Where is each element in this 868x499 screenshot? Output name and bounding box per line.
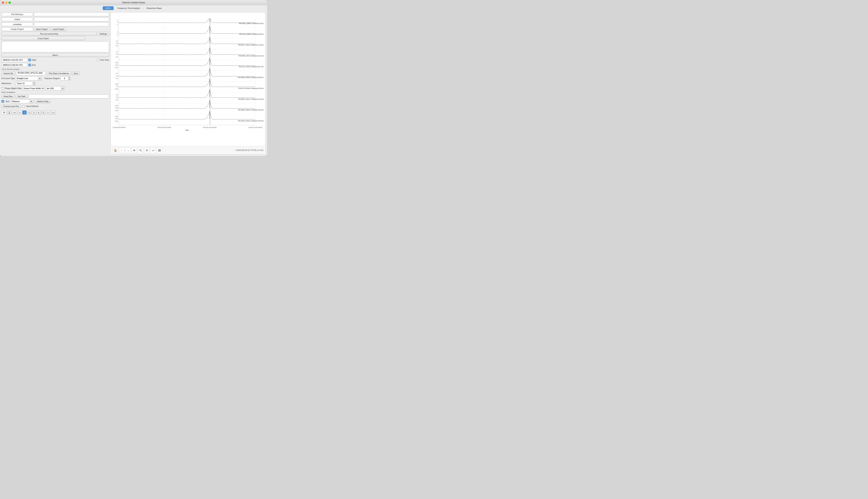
- page-4-button[interactable]: 4: [37, 110, 41, 114]
- page-3-button[interactable]: 3: [32, 110, 36, 114]
- pan-icon-button[interactable]: ✥: [131, 148, 137, 153]
- home-icon-button[interactable]: 🏠: [113, 148, 118, 153]
- stations-map-button[interactable]: Stations Map: [35, 99, 51, 103]
- sort-checkbox[interactable]: [1, 100, 4, 103]
- svg-text:Date: Date: [186, 130, 189, 131]
- polynom-down-arrow[interactable]: ▼: [68, 78, 70, 80]
- path-input[interactable]: [28, 94, 109, 98]
- last-page-button[interactable]: >>: [50, 110, 56, 114]
- sync-button[interactable]: Sync: [72, 72, 80, 75]
- pagination-stepper[interactable]: ▲▼: [7, 110, 11, 114]
- prev-page-button[interactable]: <: [18, 110, 22, 114]
- maximize-button[interactable]: [9, 1, 11, 4]
- trace-label-4: PM.HORL_PICO.Z Distance 18.1 km: [239, 55, 264, 57]
- svg-text:0.5: 0.5: [116, 94, 118, 96]
- reference-down-arrow[interactable]: ▼: [33, 83, 35, 85]
- page-size-input[interactable]: [1, 110, 7, 114]
- gauss-pulse-input[interactable]: [23, 86, 45, 90]
- phase-match-filter-label: Phase Match Filter: [5, 87, 22, 89]
- minimize-button[interactable]: [5, 1, 8, 4]
- cross-stack-button[interactable]: Cross Stack: [1, 37, 85, 40]
- main-window: Seismic Ambient Noise EGFs | Frequency T…: [0, 0, 267, 156]
- phase-match-filter-checkbox[interactable]: [1, 87, 4, 90]
- ak-arrow[interactable]: ▼: [61, 86, 65, 90]
- metadata-button[interactable]: metadata: [1, 23, 33, 26]
- back-icon-button[interactable]: ←: [119, 148, 124, 153]
- file-directory-button[interactable]: File Directory: [1, 12, 33, 16]
- start-datetime-checkbox[interactable]: [28, 59, 31, 61]
- metadata-input[interactable]: [34, 22, 109, 26]
- project-buttons-row: Create Project Save Project Load Project: [1, 27, 109, 31]
- sort-arrow[interactable]: ▼: [29, 99, 33, 104]
- coord-display: x=00/01/00:00:10.775708 y=0.431: [235, 149, 264, 151]
- save-icon-button[interactable]: [157, 148, 162, 153]
- chart-area: PM.PGRA_SRBC.Z Distance 5.2 km PM.CALA_H…: [111, 12, 265, 146]
- svg-point-52: [140, 149, 141, 151]
- ak-select[interactable]: ak-135f: [46, 86, 61, 90]
- output-row: output: [1, 17, 109, 21]
- auto-refresh-label: Auto-Refresh: [26, 105, 38, 107]
- next-page-button[interactable]: >: [46, 110, 50, 114]
- svg-line-53: [141, 151, 142, 151]
- run-preprocessing-button[interactable]: Run pre-processing: [1, 32, 97, 36]
- svg-text:−0.25: −0.25: [115, 121, 118, 122]
- fit-curve-select[interactable]: Straight Line: [16, 76, 38, 81]
- reference-up-arrow[interactable]: ▲: [33, 82, 35, 83]
- start-datetime-row: Start Trim Time: [1, 58, 109, 62]
- trace-label-8: PM.BART_CMLA.Z Distance 31.4 km: [238, 98, 264, 100]
- svg-text:0.0: 0.0: [116, 75, 118, 77]
- trend-icon-button[interactable]: [150, 148, 156, 153]
- tab-dispersion-maps[interactable]: Dispersion Maps: [144, 7, 164, 10]
- output-button[interactable]: output: [1, 17, 33, 21]
- fit-curve-arrow[interactable]: ▼: [38, 76, 42, 81]
- log-textarea[interactable]: [1, 41, 109, 52]
- save-project-button[interactable]: Save Project: [34, 27, 50, 31]
- search-file-button[interactable]: Search file: [1, 72, 15, 75]
- tab-frequency-time-analysis[interactable]: Frequency Time Analysis: [115, 7, 143, 10]
- file-directory-input[interactable]: [34, 12, 109, 16]
- svg-text:0.00: 0.00: [115, 64, 118, 66]
- settings-icon-button[interactable]: ⚙: [144, 148, 150, 153]
- right-panel: PM.PGRA_SRBC.Z Distance 5.2 km PM.CALA_H…: [111, 12, 266, 155]
- polynom-up-arrow[interactable]: ▲: [68, 76, 70, 78]
- plot-daily-correlations-button[interactable]: Plot Daily Correlations: [47, 72, 71, 75]
- forward-icon-button[interactable]: →: [125, 148, 131, 153]
- polynom-degree-label: Polynom Degree: [45, 77, 60, 80]
- output-input[interactable]: [34, 17, 109, 21]
- create-project-button[interactable]: Create Project: [1, 27, 33, 31]
- macro-button[interactable]: Macro: [1, 53, 109, 57]
- trace-label-2: PM.CALA_HORL.Z Distance 8.5 km: [239, 34, 264, 35]
- reference-input[interactable]: [15, 81, 32, 85]
- load-project-button[interactable]: Load Project: [50, 27, 66, 31]
- end-datetime-checkbox[interactable]: [28, 64, 31, 66]
- read-files-button[interactable]: Read files: [1, 95, 15, 98]
- close-button[interactable]: [2, 1, 4, 4]
- trim-time-row: Trim Time: [97, 59, 109, 61]
- trim-time-checkbox[interactable]: [97, 59, 99, 61]
- polynom-stepper-arrows: ▲ ▼: [68, 76, 71, 81]
- set-path-button[interactable]: Set Path: [16, 95, 27, 98]
- page-5-button[interactable]: 5: [41, 110, 45, 114]
- svg-text:−0.5: −0.5: [115, 99, 118, 101]
- auto-refresh-checkbox[interactable]: [23, 105, 25, 108]
- process-and-plot-button[interactable]: Process and Plot: [1, 104, 21, 108]
- page-1-button[interactable]: 1: [23, 110, 26, 114]
- svg-text:0: 0: [117, 22, 118, 23]
- settings-button[interactable]: Settings: [98, 32, 109, 36]
- zoom-icon-button[interactable]: [138, 148, 143, 153]
- sort-select[interactable]: Distance: [11, 99, 29, 104]
- page-2-button[interactable]: 2: [27, 110, 31, 114]
- chart-svg: PM.PGRA_SRBC.Z Distance 5.2 km PM.CALA_H…: [113, 14, 264, 137]
- start-datetime-input[interactable]: [1, 58, 27, 62]
- svg-text:−1: −1: [116, 35, 118, 36]
- svg-text:0.25: 0.25: [115, 62, 118, 63]
- tab-egfs[interactable]: EGFs: [103, 6, 114, 10]
- reference-label: Reference: [1, 82, 14, 84]
- svg-text:0.25: 0.25: [115, 83, 118, 85]
- end-datetime-input[interactable]: [1, 63, 27, 67]
- first-page-button[interactable]: <<: [12, 110, 17, 114]
- svg-text:0: 0: [117, 33, 118, 34]
- polynom-degree-input[interactable]: [61, 76, 68, 81]
- fit-curve-type-label: Fit Curve Type: [1, 77, 15, 80]
- titlebar: Seismic Ambient Noise: [0, 0, 267, 5]
